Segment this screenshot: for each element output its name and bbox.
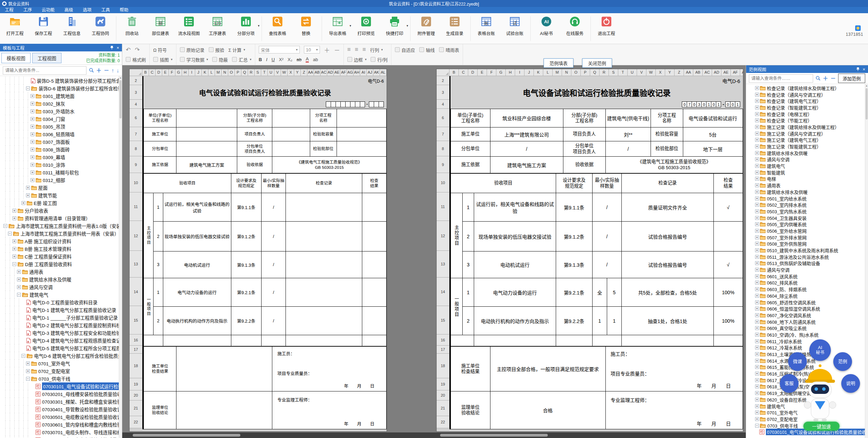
cell[interactable]: 监理单位 验收结论: [451, 391, 490, 429]
expander-icon[interactable]: +: [17, 270, 21, 274]
row-header[interactable]: 9: [437, 156, 449, 173]
cell[interactable]: 单位(子单位) 工程名称: [144, 109, 176, 127]
cell[interactable]: 第9.1.1条: [231, 193, 261, 222]
toolbar-AI秘书[interactable]: AIAI秘书: [532, 16, 561, 36]
cell[interactable]: 分项工程 名称: [651, 109, 683, 127]
cell[interactable]: 验收项目: [144, 174, 231, 193]
cell[interactable]: [337, 109, 386, 127]
expander-icon[interactable]: +: [755, 339, 759, 343]
format-行/列[interactable]: 行/列: [371, 56, 388, 63]
cell[interactable]: 电气动力设备的运行: [474, 278, 556, 307]
expander-icon[interactable]: −: [26, 377, 30, 381]
example-item[interactable]: +检查记录（建筑电气工程）: [746, 98, 868, 104]
cell[interactable]: 施工员：项目专业质量员：年 月 日: [605, 347, 743, 391]
cell[interactable]: 现场单独安装的低压电器交接试验: [474, 222, 556, 251]
close-icon[interactable]: ×: [116, 45, 119, 50]
dropdown-caret-icon[interactable]: ▾: [250, 58, 251, 61]
example-item[interactable]: +通用表: [746, 182, 868, 189]
tree-item[interactable]: 检07030601_管内穿线和槽盒内敷线检验批质量验收记录: [0, 421, 122, 428]
row-header[interactable]: 8: [437, 141, 449, 156]
example-fill-button[interactable]: 范例填表: [544, 58, 573, 68]
code-box[interactable]: 7: [687, 101, 692, 107]
cell[interactable]: 建筑电气(供电干线): [605, 109, 651, 127]
cell[interactable]: /: [605, 141, 651, 157]
tree-item[interactable]: 检07030401_导管敷设检验批质量验收记录: [0, 405, 122, 413]
column-header[interactable]: AG: [740, 69, 743, 76]
search-input[interactable]: [3, 66, 86, 75]
cell[interactable]: 电气设备试验和试运行: [683, 109, 743, 127]
expander-icon[interactable]: +: [755, 183, 759, 187]
font-select[interactable]: 宋体▾: [259, 46, 300, 53]
expander-icon[interactable]: +: [13, 216, 16, 220]
cell[interactable]: 电动执行机构的动作方向及指示: [163, 307, 231, 335]
row-header[interactable]: 12: [437, 221, 449, 251]
cell[interactable]: 建筑电气施工方案: [176, 157, 237, 173]
cell[interactable]: 建筑电气施工方案: [490, 157, 563, 173]
cell[interactable]: 筑业科技产业园综合楼: [490, 109, 563, 127]
column-header[interactable]: K: [534, 69, 543, 76]
cell[interactable]: [176, 391, 272, 429]
expander-icon[interactable]: +: [755, 274, 759, 278]
cell[interactable]: 分项工程 名称: [310, 109, 337, 127]
example-item[interactable]: +0608_地下人防通风系统: [746, 319, 868, 325]
column-header[interactable]: J: [195, 69, 202, 76]
pin-icon[interactable]: [110, 46, 114, 50]
row-header[interactable]: 13: [437, 251, 449, 278]
cell[interactable]: 电动执行机构的动作方向及指示: [474, 307, 556, 335]
column-header[interactable]: Z: [675, 69, 684, 76]
cell[interactable]: 第9.2.2条: [231, 307, 261, 335]
search-icon[interactable]: [816, 76, 820, 81]
menu-item[interactable]: 云功能: [37, 7, 60, 13]
collapse-icon[interactable]: －: [104, 68, 109, 73]
row-header[interactable]: 19: [130, 378, 142, 390]
expander-icon[interactable]: +: [755, 112, 759, 116]
expander-icon[interactable]: +: [755, 378, 759, 382]
expander-icon[interactable]: +: [755, 99, 759, 103]
format-↷[interactable]: ↷: [135, 46, 140, 53]
column-header[interactable]: AB: [314, 69, 321, 76]
code-box[interactable]: [340, 101, 346, 107]
column-header[interactable]: Y: [665, 69, 675, 76]
column-header[interactable]: AH: [354, 69, 360, 76]
cell[interactable]: 检验批容量: [310, 127, 337, 141]
cell[interactable]: [286, 307, 362, 335]
row-header[interactable]: 10: [130, 173, 142, 192]
code-box[interactable]: 3: [696, 101, 702, 107]
select-all-corner[interactable]: [437, 69, 449, 76]
row-header[interactable]: 11: [437, 192, 449, 221]
cell[interactable]: 最小/实际抽 样数量: [592, 174, 621, 193]
cell[interactable]: 检查 结果: [713, 174, 743, 193]
cell[interactable]: √: [713, 251, 743, 278]
cell[interactable]: 第9.2.2条: [556, 307, 592, 335]
column-header[interactable]: T: [261, 69, 268, 76]
cell[interactable]: [362, 278, 387, 307]
tree-scrollbar[interactable]: ▲: [119, 76, 122, 438]
code-box[interactable]: [355, 101, 360, 107]
row-header[interactable]: 19: [437, 378, 449, 390]
expander-icon[interactable]: +: [755, 359, 759, 363]
format-≡[interactable]: ≡: [363, 46, 366, 53]
row-header[interactable]: 7: [437, 127, 449, 141]
example-item[interactable]: +0603_防、排烟系统: [746, 286, 868, 292]
tree-item[interactable]: +B册 施工技术管理资料: [0, 245, 122, 253]
column-header[interactable]: U: [268, 69, 274, 76]
cell[interactable]: [362, 335, 387, 346]
toolbar-退出工程[interactable]: 退出工程: [592, 16, 621, 36]
cell[interactable]: 100%: [713, 307, 743, 335]
cell[interactable]: [262, 335, 286, 346]
expander-icon[interactable]: +: [755, 352, 759, 356]
tree-item[interactable]: −装饰D-6 建筑装饰装修分部工程所含检验批质: [0, 84, 122, 92]
column-header[interactable]: M: [215, 69, 222, 76]
cell[interactable]: 共5处，全部检查，合格5处: [621, 278, 713, 307]
example-item[interactable]: +0607_净化空调风系统: [746, 312, 868, 319]
column-header[interactable]: AD: [327, 69, 334, 76]
column-header[interactable]: AF: [340, 69, 347, 76]
expander-icon[interactable]: +: [755, 177, 759, 181]
assistant-客服-button[interactable]: 客服: [780, 374, 799, 393]
expander-icon[interactable]: +: [755, 144, 759, 148]
toolbar-分部分项[interactable]: 分部分项▾: [232, 16, 260, 36]
row-header[interactable]: 6: [437, 109, 449, 127]
example-item[interactable]: +智能建筑: [746, 169, 868, 176]
expander-icon[interactable]: +: [17, 285, 21, 289]
tree-item[interactable]: +0305_吊顶: [0, 123, 122, 130]
